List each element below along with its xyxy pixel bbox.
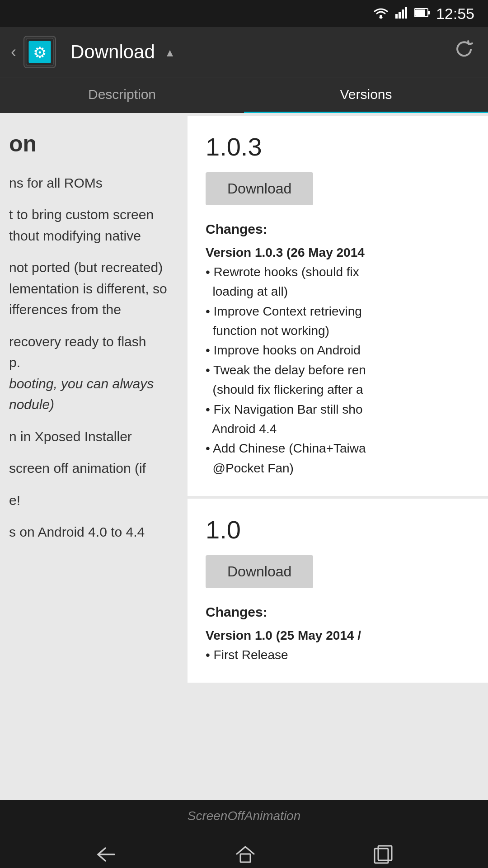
tab-description[interactable]: Description — [0, 77, 244, 113]
svg-text:⚙: ⚙ — [33, 44, 47, 61]
changes-10: Changes: Version 1.0 (25 May 2014 / • Fi… — [206, 602, 470, 665]
refresh-button[interactable] — [453, 38, 475, 66]
changes-version-103: Version 1.0.3 (26 May 2014 — [206, 245, 365, 259]
signal-icon — [395, 6, 408, 22]
app-icon: ⚙ — [23, 36, 56, 68]
wifi-icon — [373, 5, 389, 22]
svg-rect-6 — [428, 11, 430, 14]
svg-rect-3 — [402, 9, 404, 19]
battery-icon — [414, 6, 430, 21]
svg-rect-2 — [399, 12, 401, 19]
changes-103: Changes: Version 1.0.3 (26 May 2014 • Re… — [206, 219, 470, 478]
app-name-label: ScreenOffAnimation — [188, 809, 301, 823]
svg-rect-4 — [405, 7, 407, 19]
time-display: 12:55 — [436, 5, 474, 23]
app-bar-title: Download — [70, 41, 155, 63]
nav-back-button[interactable] — [94, 845, 118, 863]
svg-point-0 — [380, 15, 382, 18]
bottom-label-bar: ScreenOffAnimation — [0, 800, 488, 832]
right-panel: 1.0.3 Download Changes: Version 1.0.3 (2… — [188, 113, 488, 800]
tab-versions[interactable]: Versions — [244, 77, 488, 113]
changes-version-10: Version 1.0 (25 May 2014 / — [206, 628, 361, 642]
changes-label-10: Changes: — [206, 604, 267, 619]
download-button-10[interactable]: Download — [206, 555, 313, 588]
app-bar-left: ‹ ⚙ Download ▴ — [11, 36, 173, 68]
download-button-103[interactable]: Download — [206, 172, 313, 205]
changes-label-103: Changes: — [206, 222, 267, 236]
svg-rect-1 — [395, 14, 398, 19]
app-bar: ‹ ⚙ Download ▴ — [0, 27, 488, 77]
dropdown-arrow-icon: ▴ — [167, 45, 173, 60]
svg-rect-13 — [240, 854, 250, 862]
nav-bar — [0, 832, 488, 868]
version-number-10: 1.0 — [206, 515, 470, 544]
main-content: on ns for all ROMs t to bring custom scr… — [0, 113, 488, 800]
back-button[interactable]: ‹ — [11, 42, 16, 61]
version-number-103: 1.0.3 — [206, 132, 470, 161]
status-icons: 12:55 — [373, 5, 474, 23]
nav-recents-button[interactable] — [373, 844, 394, 865]
version-card-103: 1.0.3 Download Changes: Version 1.0.3 (2… — [188, 116, 488, 496]
status-bar: 12:55 — [0, 0, 488, 27]
description-text: on ns for all ROMs t to bring custom scr… — [9, 127, 178, 543]
svg-rect-7 — [415, 9, 425, 16]
nav-home-button[interactable] — [235, 844, 256, 865]
version-card-10: 1.0 Download Changes: Version 1.0 (25 Ma… — [188, 499, 488, 683]
left-panel: on ns for all ROMs t to bring custom scr… — [0, 113, 188, 800]
tab-bar: Description Versions — [0, 77, 488, 113]
